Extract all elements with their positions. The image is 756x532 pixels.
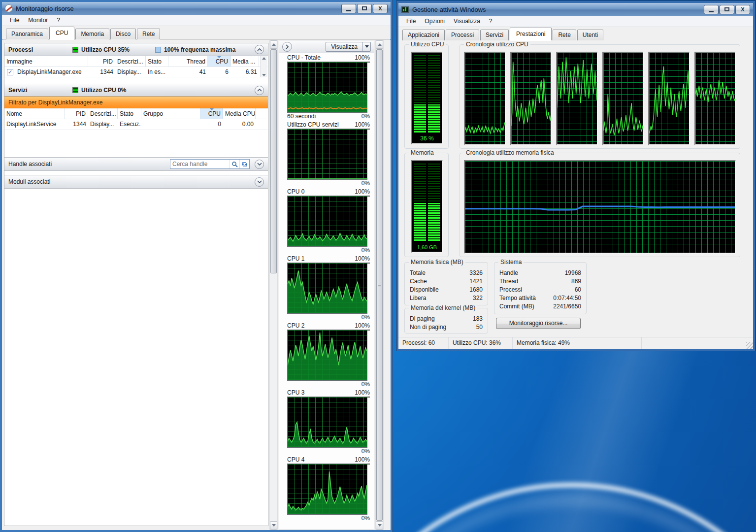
resmon-menu-help[interactable]: ? [53, 16, 64, 25]
resmon-maximize-button[interactable] [357, 4, 372, 13]
resmon-menu-file[interactable]: File [6, 16, 23, 25]
cpu3-history-graph [602, 52, 644, 145]
col-stato[interactable]: Stato [146, 56, 168, 66]
scale-bracket [367, 464, 370, 465]
process-checkbox[interactable]: ✓ [7, 69, 13, 75]
processes-table-scrollbar[interactable] [260, 56, 267, 77]
taskman-menu-visualizza[interactable]: Visualizza [450, 17, 484, 26]
scale-bottom: 0% [362, 314, 370, 321]
taskman-maximize-button[interactable] [720, 5, 734, 14]
scroll-up-icon[interactable] [262, 57, 266, 60]
scrollbar-down-button[interactable] [270, 521, 277, 530]
services-collapse-button[interactable] [255, 86, 264, 95]
resmon-minimize-button[interactable] [341, 4, 356, 13]
search-button[interactable] [230, 160, 239, 168]
tab-disco[interactable]: Disco [110, 29, 136, 39]
resize-grip[interactable] [746, 342, 753, 349]
refresh-button[interactable] [239, 160, 249, 168]
col-descrizione[interactable]: Descrizi... [115, 56, 146, 66]
scale-top: 100% [355, 255, 370, 263]
col-nome[interactable]: Nome [4, 108, 65, 119]
stat-row: Libera322 [410, 295, 483, 303]
modules-section-header[interactable]: Moduli associati [4, 175, 268, 189]
taskman-titlebar[interactable]: Gestione attività Windows X [398, 3, 753, 16]
view-dropdown-button[interactable]: Visualizza [326, 42, 371, 52]
graph-title: CPU - Totale [287, 54, 321, 62]
cpu-4-graph [287, 464, 367, 515]
scale-bracket [367, 330, 370, 331]
resmon-titlebar[interactable]: Monitoraggio risorse X [2, 2, 391, 15]
tab-utenti[interactable]: Utenti [577, 30, 603, 40]
col-pid2[interactable]: PID [65, 108, 88, 119]
status-cpu-usage: Utilizzo CPU: 36% [449, 337, 513, 349]
cpu2-history-graph [556, 52, 598, 145]
cpu-history-groupbox: Cronologia utilizzo CPU [460, 44, 740, 149]
col-gruppo[interactable]: Gruppo [141, 108, 200, 119]
stat-value: 2241/6650 [553, 303, 581, 311]
col-cpu2-sorted[interactable]: CPU [200, 108, 223, 119]
cpu4-history-graph [648, 52, 690, 145]
cpu-totale-graph [287, 62, 367, 113]
handles-section-header[interactable]: Handle associati [4, 157, 268, 171]
tab-panoramica[interactable]: Panoramica [6, 29, 48, 39]
scale-bracket [367, 62, 370, 63]
resmon-main-scrollbar[interactable] [269, 40, 278, 530]
resmon-close-button[interactable]: X [373, 4, 388, 13]
scrollbar-up-button[interactable] [376, 40, 383, 49]
cpu-gauge: 36 % [411, 52, 443, 144]
modules-expand-button[interactable] [255, 177, 264, 187]
tab-rete[interactable]: Rete [553, 30, 576, 40]
tab-rete[interactable]: Rete [137, 29, 160, 39]
scrollbar-thumb[interactable] [270, 49, 277, 273]
process-row-displaylinkmanager[interactable]: ✓ DisplayLinkManager.exe 1344 Display...… [4, 67, 268, 77]
services-section-header[interactable]: Servizi Utilizzo CPU 0% [4, 84, 268, 97]
scrollbar-down-button[interactable] [376, 521, 383, 530]
col-descrizione2[interactable]: Descrizi... [88, 108, 118, 119]
col-stato2[interactable]: Stato [118, 108, 141, 119]
resmon-tabstrip: Panoramica CPU Memoria Disco Rete [2, 26, 391, 39]
handle-search-input[interactable] [170, 161, 230, 167]
taskman-close-button[interactable]: X [735, 5, 750, 14]
taskman-menu-file[interactable]: File [402, 17, 420, 26]
taskman-menu-help[interactable]: ? [485, 17, 496, 26]
processes-collapse-button[interactable] [255, 45, 264, 54]
handles-expand-button[interactable] [255, 160, 264, 169]
col-thread[interactable]: Thread [168, 56, 208, 66]
services-cpu-legend: Utilizzo CPU 0% [81, 87, 126, 94]
graph-block: CPU 1100%0% [279, 254, 374, 321]
open-resource-monitor-button[interactable]: Monitoraggio risorse... [496, 318, 581, 329]
tab-servizi[interactable]: Servizi [480, 30, 509, 40]
col-pid[interactable]: PID [88, 56, 115, 66]
taskman-minimize-button[interactable] [704, 5, 719, 14]
dropdown-area[interactable] [362, 42, 370, 51]
service-row-displaylinkservice[interactable]: DisplayLinkService 1344 Display... Esecu… [4, 119, 268, 130]
memory-groupbox: Memoria 1,60 GB [404, 153, 449, 257]
panel-expand-button[interactable] [282, 42, 292, 52]
memory-gauge: 1,60 GB [411, 160, 443, 253]
tab-processi[interactable]: Processi [446, 30, 479, 40]
graph-block: Utilizzo CPU servizi100%0% [279, 120, 374, 187]
gauge-led-column [428, 164, 440, 241]
graph-block: CPU - Totale100%60 secondi0% [279, 53, 374, 120]
col-media-cpu[interactable]: Media ... [230, 56, 259, 66]
scroll-down-icon[interactable] [262, 74, 266, 76]
taskman-menu-opzioni[interactable]: Opzioni [421, 17, 449, 26]
processes-section-header[interactable]: Processi Utilizzo CPU 35% 100% frequenza… [4, 43, 268, 56]
scrollbar-up-button[interactable] [270, 40, 277, 49]
col-cpu-sorted[interactable]: CPU [208, 56, 230, 66]
close-icon: X [378, 5, 382, 11]
col-immagine[interactable]: Immagine [4, 56, 88, 66]
col-media-cpu2[interactable]: Media CPU [223, 108, 256, 119]
chevron-right-icon [286, 44, 289, 49]
tab-memoria[interactable]: Memoria [75, 29, 109, 39]
tab-applicazioni[interactable]: Applicazioni [402, 30, 445, 40]
cpu-3-graph [287, 397, 367, 448]
stat-value: 0:07:44:50 [553, 295, 581, 303]
tab-prestazioni[interactable]: Prestazioni [510, 28, 552, 40]
resmon-menu-monitor[interactable]: Monitor [24, 16, 52, 25]
memory-history-groupbox: Cronologia utilizzo memoria fisica [460, 153, 740, 257]
tab-cpu[interactable]: CPU [49, 27, 74, 39]
resmon-graph-scrollbar[interactable] [375, 40, 384, 530]
scrollbar-thumb[interactable] [376, 49, 383, 521]
refresh-icon [241, 161, 248, 167]
